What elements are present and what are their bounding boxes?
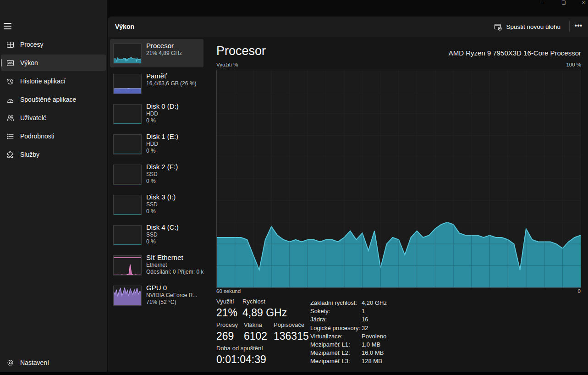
stat-value: 6102 xyxy=(244,330,267,342)
cpu-sparkline xyxy=(113,44,142,64)
panel-item-network[interactable]: Síť EthernetEthernetOdesílání: 0 Příjem:… xyxy=(110,251,203,279)
panel-title: Disk 2 (F:) xyxy=(146,162,203,171)
panel-subtext: HDD xyxy=(146,110,203,117)
panel-subtext: SSD xyxy=(146,171,203,178)
cpu-usage-chart xyxy=(216,70,581,288)
sidebar-item-label: Spouštěné aplikace xyxy=(20,96,76,103)
sidebar-item-label: Procesy xyxy=(20,41,44,48)
performance-pulse-icon xyxy=(6,59,14,67)
cpu-pane-title: Procesor xyxy=(216,44,266,58)
disk2-sparkline xyxy=(113,165,142,185)
sidebar-item-label: Služby xyxy=(20,151,39,158)
detail-label: Základní rychlost: xyxy=(310,299,362,307)
sidebar-item-processes[interactable]: Procesy xyxy=(1,36,106,53)
network-sparkline xyxy=(113,255,142,276)
detail-label: Mezipaměť L1: xyxy=(310,341,362,349)
detail-value: 16 xyxy=(362,315,387,324)
disk0-sparkline xyxy=(113,104,142,124)
task-manager-window: Správce úloh – ❑ × ProcesyVýkonHistorie … xyxy=(0,0,588,375)
stat-value: 136315 xyxy=(274,330,309,342)
users-icon xyxy=(6,114,14,122)
maximize-button[interactable]: ❑ xyxy=(557,0,571,6)
close-button[interactable]: × xyxy=(577,0,588,6)
detail-value: 16,0 MB xyxy=(362,349,387,357)
sidebar-item-label: Historie aplikací xyxy=(20,77,66,85)
command-bar: Výkon Spustit novou úlohu ••• xyxy=(108,17,588,37)
stat-4: Popisovače136315 xyxy=(274,321,309,342)
stat-value: 21% xyxy=(216,307,237,319)
sidebar-item-details[interactable]: Podrobnosti xyxy=(1,128,106,144)
sidebar-item-startup-apps[interactable]: Spouštěné aplikace xyxy=(1,91,106,108)
cpu-details: Základní rychlost:4,20 GHzSokety:1Jádra:… xyxy=(310,299,387,366)
panel-subtext: 0 % xyxy=(146,238,203,245)
panel-subtext: 0 % xyxy=(146,178,203,185)
panel-item-disk0[interactable]: Disk 0 (D:)HDD0 % xyxy=(110,99,203,128)
panel-subtext: Odesílání: 0 Příjem: 0 kb/s xyxy=(146,269,203,276)
panel-title: Paměť xyxy=(146,72,203,80)
detail-value: 128 MB xyxy=(362,357,387,365)
sidebar-item-settings[interactable]: Nastavení xyxy=(1,354,106,371)
panel-subtext: HDD xyxy=(146,141,203,148)
panel-subtext: 0 % xyxy=(146,148,203,154)
detail-label: Jádra: xyxy=(310,315,362,324)
panel-subtext: SSD xyxy=(146,232,203,238)
more-options-button[interactable]: ••• xyxy=(571,20,586,33)
stat-label: Procesy xyxy=(216,321,238,329)
processes-grid-icon xyxy=(6,41,14,49)
stat-2: Procesy269 xyxy=(216,321,238,342)
history-clock-icon xyxy=(6,77,14,85)
panel-subtext: 0 % xyxy=(146,117,203,124)
sidebar-item-users[interactable]: Uživatelé xyxy=(1,110,106,126)
panel-item-cpu[interactable]: Procesor21% 4,89 GHz xyxy=(110,39,203,67)
sidebar-item-services[interactable]: Služby xyxy=(1,146,106,163)
stat-label: Popisovače xyxy=(274,321,309,329)
panel-subtext: Ethernet xyxy=(146,262,203,269)
panel-title: Disk 3 (I:) xyxy=(146,193,203,201)
panel-subtext: 16,4/63,6 GB (26 %) xyxy=(146,80,203,87)
stat-0: Využití21% xyxy=(216,298,237,319)
taskbar-strip xyxy=(0,372,588,375)
details-list-icon xyxy=(6,132,14,140)
disk3-sparkline xyxy=(113,195,142,215)
panel-subtext: 21% 4,89 GHz xyxy=(146,50,203,57)
detail-value: Povoleno xyxy=(362,332,387,341)
cpu-model-name: AMD Ryzen 9 7950X3D 16-Core Processor xyxy=(449,49,581,57)
chart-ymax-label: 100 % xyxy=(566,62,581,67)
chart-xright-label: 0 xyxy=(578,288,581,294)
disk4-sparkline xyxy=(113,225,142,245)
chart-ylabel: Využití % xyxy=(216,62,238,67)
panel-item-memory[interactable]: Paměť16,4/63,6 GB (26 %) xyxy=(110,69,203,98)
panel-item-disk1[interactable]: Disk 1 (E:)HDD0 % xyxy=(110,130,203,158)
panel-item-gpu[interactable]: GPU 0NVIDIA GeForce R...71% (52 °C) xyxy=(110,281,203,309)
stat-value: 0:01:04:39 xyxy=(216,353,266,365)
run-new-task-button[interactable]: Spustit novou úlohu xyxy=(489,20,565,33)
sidebar-item-performance[interactable]: Výkon xyxy=(1,55,106,71)
detail-value: 1,0 MB xyxy=(362,341,387,349)
panel-subtext: 0 % xyxy=(146,208,203,215)
disk1-sparkline xyxy=(113,134,142,154)
stat-3: Vlákna6102 xyxy=(244,321,267,342)
hamburger-menu-icon[interactable] xyxy=(4,21,14,29)
startup-gauge-icon xyxy=(6,96,14,104)
panel-title: Disk 4 (C:) xyxy=(146,223,203,232)
panel-item-disk3[interactable]: Disk 3 (I:)SSD0 % xyxy=(110,190,203,219)
stat-value: 269 xyxy=(216,330,238,342)
content-card: Výkon Spustit novou úlohu ••• Procesor21… xyxy=(108,17,588,372)
detail-label: Sokety: xyxy=(310,307,362,315)
panel-title: Síť Ethernet xyxy=(146,253,203,262)
detail-label: Virtualizace: xyxy=(310,332,362,341)
sidebar-item-app-history[interactable]: Historie aplikací xyxy=(1,73,106,89)
panel-subtext: 71% (52 °C) xyxy=(146,299,203,306)
minimize-button[interactable]: – xyxy=(536,0,550,6)
stat-label: Využití xyxy=(216,298,237,305)
sidebar-item-label: Nastavení xyxy=(20,359,49,366)
sidebar: ProcesyVýkonHistorie aplikacíSpouštěné a… xyxy=(0,0,107,372)
settings-gear-icon xyxy=(6,359,14,367)
sidebar-item-label: Uživatelé xyxy=(20,114,47,121)
stat-label: Doba od spuštění xyxy=(216,345,266,352)
panel-item-disk2[interactable]: Disk 2 (F:)SSD0 % xyxy=(110,160,203,188)
stat-5: Doba od spuštění0:01:04:39 xyxy=(216,345,266,365)
panel-item-disk4[interactable]: Disk 4 (C:)SSD0 % xyxy=(110,221,203,249)
page-title: Výkon xyxy=(115,17,134,37)
stat-label: Rychlost xyxy=(242,298,287,305)
